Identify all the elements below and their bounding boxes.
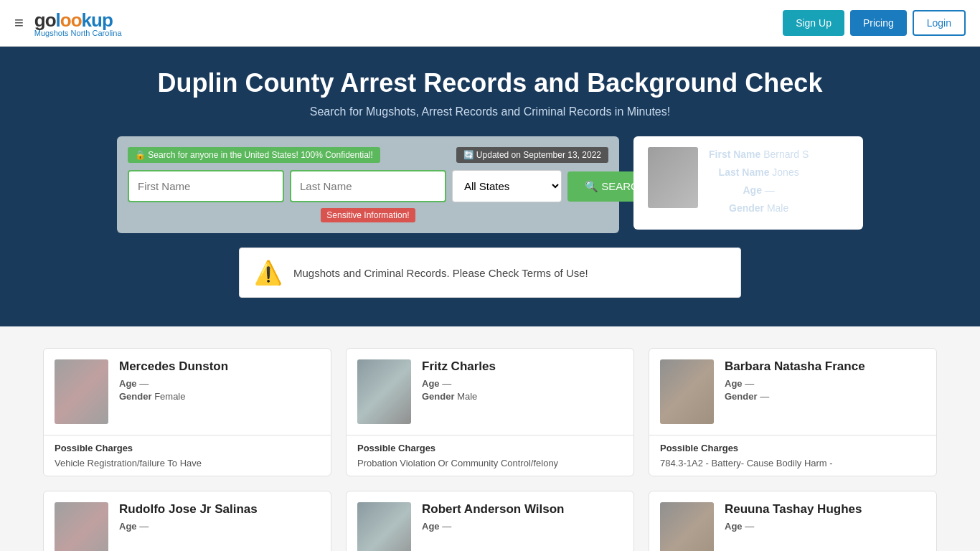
person-age: Age —: [725, 378, 865, 389]
person-gender: Gender Male: [422, 391, 496, 402]
person-info: Rudolfo Jose Jr Salinas Age —: [119, 502, 258, 534]
person-avatar: [357, 502, 411, 551]
person-card-top: Fritz Charles Age — Gender Male: [347, 349, 633, 435]
person-gender: Gender Female: [119, 391, 228, 402]
person-card-top: Rudolfo Jose Jr Salinas Age —: [44, 491, 331, 551]
person-card-top: Reuuna Tashay Hughes Age —: [649, 491, 936, 551]
person-name: Barbara Natasha France: [725, 359, 865, 374]
person-gender: Gender —: [725, 391, 865, 402]
cards-grid: Mercedes Dunston Age — Gender Female Pos…: [43, 348, 937, 551]
pricing-button[interactable]: Pricing: [850, 10, 907, 36]
person-age: Age —: [119, 378, 228, 389]
menu-icon[interactable]: ≡: [14, 14, 24, 32]
search-area: 🔒 Search for anyone in the United States…: [14, 136, 966, 233]
person-avatar: [660, 502, 714, 551]
sensitive-badge: Sensitive Information!: [321, 208, 415, 222]
person-name: Fritz Charles: [422, 359, 496, 374]
charges-section: Possible Charges Vehicle Registration/fa…: [44, 435, 331, 476]
profile-gender: Gender Male: [709, 201, 809, 216]
charges-text: Vehicle Registration/failure To Have: [55, 458, 320, 468]
person-avatar: [357, 359, 411, 424]
search-inputs: All StatesAlabamaAlaskaArizonaArkansasCa…: [128, 170, 608, 202]
charges-title: Possible Charges: [55, 443, 320, 453]
hero-section: Duplin County Arrest Records and Backgro…: [0, 47, 980, 326]
person-age: Age —: [725, 521, 862, 532]
header-left: ≡ golookup Mugshots North Carolina: [14, 9, 122, 37]
search-box: 🔒 Search for anyone in the United States…: [117, 136, 619, 233]
terms-bar: ⚠️ Mugshots and Criminal Records. Please…: [239, 248, 741, 298]
person-name: Rudolfo Jose Jr Salinas: [119, 502, 258, 517]
person-info: Barbara Natasha France Age — Gender —: [725, 359, 865, 404]
person-name: Robert Anderson Wilson: [422, 502, 565, 517]
person-card-top: Robert Anderson Wilson Age —: [347, 491, 633, 551]
charges-text: Probation Violation Or Community Control…: [357, 458, 623, 468]
profile-avatar: [648, 147, 698, 208]
profile-firstname: First Name Bernard S: [709, 147, 809, 162]
signup-button[interactable]: Sign Up: [783, 10, 844, 36]
person-avatar: [55, 359, 108, 424]
logo: golookup: [34, 9, 122, 32]
person-info: Fritz Charles Age — Gender Male: [422, 359, 496, 404]
person-info: Mercedes Dunston Age — Gender Female: [119, 359, 228, 404]
person-card-top: Barbara Natasha France Age — Gender —: [649, 349, 936, 435]
header-buttons: Sign Up Pricing Login: [783, 10, 966, 36]
person-name: Reuuna Tashay Hughes: [725, 502, 862, 517]
last-name-input[interactable]: [290, 170, 446, 202]
person-card-top: Mercedes Dunston Age — Gender Female: [44, 349, 331, 435]
charges-section: Possible Charges 784.3-1A2 - Battery- Ca…: [649, 435, 936, 476]
search-top-bar: 🔒 Search for anyone in the United States…: [128, 147, 608, 163]
login-button[interactable]: Login: [913, 10, 966, 36]
cards-section: Mercedes Dunston Age — Gender Female Pos…: [0, 326, 980, 551]
profile-lastname: Last Name Jones: [709, 165, 809, 180]
person-info: Robert Anderson Wilson Age —: [422, 502, 565, 534]
terms-text: Mugshots and Criminal Records. Please Ch…: [293, 267, 588, 279]
first-name-input[interactable]: [128, 170, 284, 202]
page-title: Duplin County Arrest Records and Backgro…: [14, 68, 966, 98]
person-card[interactable]: Fritz Charles Age — Gender Male Possible…: [346, 348, 634, 476]
person-age: Age —: [422, 378, 496, 389]
charges-title: Possible Charges: [357, 443, 623, 453]
charges-text: 784.3-1A2 - Battery- Cause Bodily Harm -: [660, 458, 925, 468]
state-select[interactable]: All StatesAlabamaAlaskaArizonaArkansasCa…: [452, 170, 562, 202]
profile-card-inner: First Name Bernard S Last Name Jones Age…: [648, 147, 849, 219]
person-card[interactable]: Mercedes Dunston Age — Gender Female Pos…: [43, 348, 331, 476]
header: ≡ golookup Mugshots North Carolina Sign …: [0, 0, 980, 47]
updated-badge: 🔄 Updated on September 13, 2022: [456, 147, 608, 163]
confidential-badge: 🔒 Search for anyone in the United States…: [128, 147, 380, 163]
person-card[interactable]: Reuuna Tashay Hughes Age —: [649, 491, 937, 551]
person-name: Mercedes Dunston: [119, 359, 228, 374]
person-age: Age —: [422, 521, 565, 532]
person-card[interactable]: Barbara Natasha France Age — Gender — Po…: [649, 348, 937, 476]
profile-info: First Name Bernard S Last Name Jones Age…: [709, 147, 809, 219]
person-avatar: [55, 502, 108, 551]
charges-section: Possible Charges Probation Violation Or …: [347, 435, 633, 476]
warning-icon: ⚠️: [254, 259, 283, 286]
logo-subtitle: Mugshots North Carolina: [34, 29, 122, 37]
person-info: Reuuna Tashay Hughes Age —: [725, 502, 862, 534]
hero-subtitle: Search for Mugshots, Arrest Records and …: [14, 105, 966, 118]
profile-age: Age —: [709, 183, 809, 198]
charges-title: Possible Charges: [660, 443, 925, 453]
person-card[interactable]: Rudolfo Jose Jr Salinas Age —: [43, 491, 331, 551]
person-card[interactable]: Robert Anderson Wilson Age —: [346, 491, 634, 551]
person-avatar: [660, 359, 714, 424]
person-age: Age —: [119, 521, 258, 532]
logo-area: golookup Mugshots North Carolina: [34, 9, 122, 37]
profile-card: First Name Bernard S Last Name Jones Age…: [633, 136, 863, 230]
